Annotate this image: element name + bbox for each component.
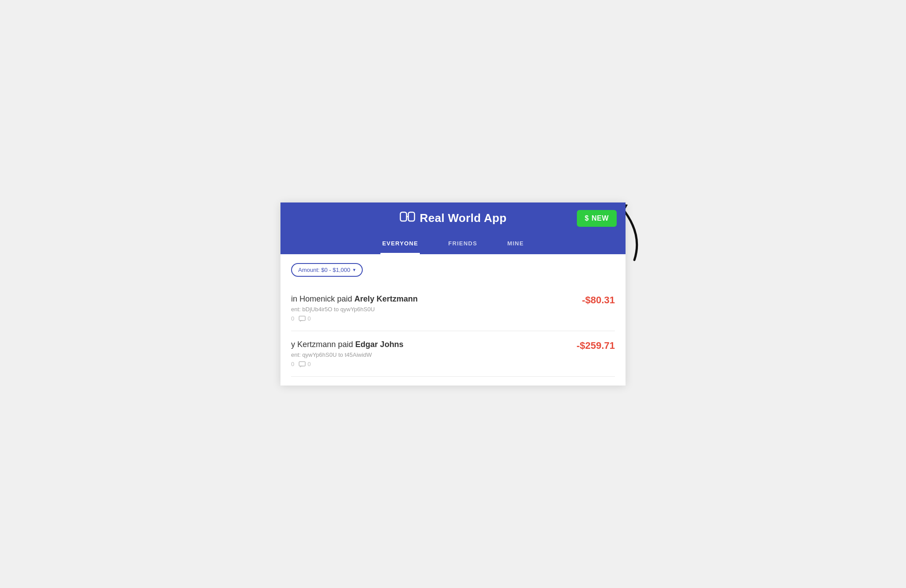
amount-filter-button[interactable]: Amount: $0 - $1,000 ▾ — [291, 263, 363, 277]
content-area: Amount: $0 - $1,000 ▾ in Homenick paid A… — [280, 254, 626, 386]
transaction-desc-2: ent: qywYp6hS0U to t45AiwidW — [291, 351, 571, 358]
tab-friends[interactable]: FRIENDS — [446, 234, 479, 254]
new-button-label: NEW — [591, 214, 609, 222]
logo-icon — [399, 210, 415, 226]
transaction-left-1: in Homenick paid Arely Kertzmann ent: bD… — [291, 294, 571, 322]
comment-count-2: 0 — [307, 361, 311, 367]
table-row[interactable]: in Homenick paid Arely Kertzmann ent: bD… — [291, 286, 615, 331]
transaction-list: in Homenick paid Arely Kertzmann ent: bD… — [291, 286, 615, 377]
transaction-meta-2: 0 0 — [291, 361, 571, 367]
app-header: Real World App $ NEW — [280, 202, 626, 234]
svg-rect-4 — [299, 362, 305, 366]
comment-count-1: 0 — [307, 315, 311, 322]
comment-icon-2: 0 — [299, 361, 311, 367]
transaction-desc-1: ent: bDjUb4ir5O to qywYp6hS0U — [291, 306, 571, 313]
filter-bar: Amount: $0 - $1,000 ▾ — [291, 263, 615, 277]
nav-tabs: EVERYONE FRIENDS MINE — [280, 234, 626, 254]
amount-filter-label: Amount: $0 - $1,000 — [298, 267, 350, 273]
transaction-title-1: in Homenick paid Arely Kertzmann — [291, 294, 571, 304]
tab-everyone[interactable]: EVERYONE — [380, 234, 420, 254]
transaction-payee-1: Arely Kertzmann — [354, 294, 418, 303]
transaction-payee-2: Edgar Johns — [355, 340, 403, 349]
chevron-down-icon: ▾ — [353, 267, 356, 273]
transaction-paid-text-1: paid — [337, 294, 354, 303]
transaction-amount-2: -$259.71 — [571, 340, 615, 351]
app-wrapper: Real World App $ NEW EVERYONE FRIENDS MI… — [280, 202, 626, 386]
transaction-payer-2: y Kertzmann — [291, 340, 336, 349]
like-count-2: 0 — [291, 361, 294, 367]
new-button[interactable]: $ NEW — [577, 210, 617, 227]
transaction-amount-1: -$80.31 — [571, 294, 615, 306]
svg-rect-3 — [299, 316, 305, 321]
transaction-meta-1: 0 0 — [291, 315, 571, 322]
svg-rect-1 — [400, 212, 407, 221]
new-button-dollar-icon: $ — [585, 214, 589, 222]
like-count-1: 0 — [291, 315, 294, 322]
transaction-paid-text-2: paid — [338, 340, 355, 349]
svg-rect-2 — [408, 212, 415, 221]
app-title: Real World App — [420, 211, 507, 225]
tab-mine[interactable]: MINE — [506, 234, 526, 254]
header-logo-area: Real World App — [291, 210, 615, 226]
comment-icon-1: 0 — [299, 315, 311, 322]
table-row[interactable]: y Kertzmann paid Edgar Johns ent: qywYp6… — [291, 331, 615, 377]
transaction-payer-1: in Homenick — [291, 294, 335, 303]
transaction-title-2: y Kertzmann paid Edgar Johns — [291, 340, 571, 349]
transaction-left-2: y Kertzmann paid Edgar Johns ent: qywYp6… — [291, 340, 571, 367]
